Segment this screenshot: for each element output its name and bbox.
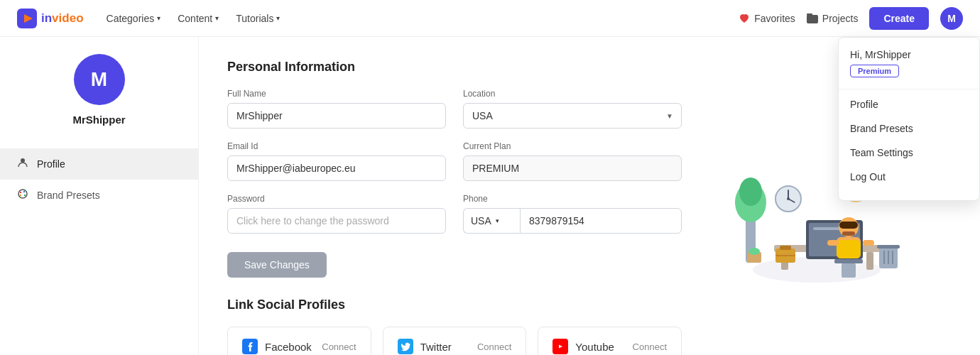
youtube-label: Youtube bbox=[575, 341, 614, 353]
phone-country-select[interactable]: USA ▾ bbox=[463, 208, 520, 234]
svg-point-8 bbox=[24, 195, 26, 196]
svg-point-9 bbox=[20, 195, 21, 196]
current-plan-label: Current Plan bbox=[463, 141, 682, 151]
personal-info-title: Personal Information bbox=[227, 60, 682, 75]
sidebar-item-brand-presets[interactable]: Brand Presets bbox=[0, 180, 198, 211]
form-row-email-plan: Email Id Current Plan bbox=[227, 141, 682, 181]
svg-point-5 bbox=[18, 190, 27, 198]
palette-icon bbox=[17, 188, 28, 202]
email-label: Email Id bbox=[227, 141, 446, 151]
dropdown-brand-presets[interactable]: Brand Presets bbox=[839, 116, 979, 141]
facebook-left: Facebook bbox=[242, 339, 312, 354]
main-content: Personal Information Full Name Location … bbox=[199, 37, 710, 355]
form-row-password-phone: Password Phone USA ▾ bbox=[227, 194, 682, 234]
location-select-wrapper: USA Canada UK Australia India bbox=[463, 103, 682, 129]
password-input[interactable] bbox=[227, 208, 446, 234]
svg-rect-22 bbox=[813, 227, 842, 230]
svg-point-6 bbox=[20, 192, 21, 193]
current-plan-group: Current Plan bbox=[463, 141, 682, 181]
email-group: Email Id bbox=[227, 141, 446, 181]
svg-point-4 bbox=[21, 158, 25, 163]
svg-rect-36 bbox=[827, 240, 839, 246]
logo-text: invideo bbox=[41, 11, 84, 26]
sidebar-item-profile[interactable]: Profile bbox=[0, 148, 198, 180]
svg-rect-35 bbox=[837, 240, 861, 258]
svg-rect-2 bbox=[807, 15, 818, 23]
chevron-down-icon: ▾ bbox=[496, 217, 499, 224]
twitter-connect-button[interactable]: Connect bbox=[477, 342, 511, 352]
youtube-connect-button[interactable]: Connect bbox=[633, 342, 667, 352]
twitter-card: Twitter Connect bbox=[383, 327, 527, 355]
navbar: invideo Categories ▾ Content ▾ Tutorials… bbox=[0, 0, 980, 37]
phone-row: USA ▾ bbox=[463, 208, 682, 234]
user-icon bbox=[17, 157, 28, 171]
location-select[interactable]: USA Canada UK Australia India bbox=[463, 103, 682, 129]
folder-icon bbox=[807, 13, 818, 23]
dropdown-team-settings[interactable]: Team Settings bbox=[839, 141, 979, 165]
twitter-icon bbox=[398, 339, 413, 354]
social-section-title: Link Social Profiles bbox=[227, 297, 682, 312]
sidebar: M MrShipper Profile Brand Presets bbox=[0, 37, 199, 355]
save-changes-button[interactable]: Save Changes bbox=[227, 252, 327, 278]
svg-point-16 bbox=[739, 178, 762, 206]
svg-rect-39 bbox=[842, 263, 856, 278]
logo[interactable]: invideo bbox=[17, 9, 84, 28]
youtube-icon bbox=[552, 339, 568, 354]
location-label: Location bbox=[463, 89, 682, 99]
page-layout: M MrShipper Profile Brand Presets Person… bbox=[0, 37, 980, 355]
dropdown-logout[interactable]: Log Out bbox=[839, 165, 979, 189]
phone-group: Phone USA ▾ bbox=[463, 194, 682, 234]
svg-rect-41 bbox=[780, 246, 791, 250]
favorites-button[interactable]: Favorites bbox=[739, 13, 795, 24]
svg-rect-38 bbox=[834, 259, 863, 263]
phone-number-input[interactable] bbox=[520, 208, 682, 234]
svg-point-49 bbox=[748, 248, 760, 255]
twitter-left: Twitter bbox=[398, 339, 452, 354]
svg-rect-37 bbox=[863, 240, 874, 246]
user-dropdown: Hi, MrShipper Premium Profile Brand Pres… bbox=[838, 37, 980, 201]
password-label: Password bbox=[227, 194, 446, 204]
email-input[interactable] bbox=[227, 155, 446, 181]
nav-tutorials[interactable]: Tutorials ▾ bbox=[236, 13, 280, 24]
logo-icon bbox=[17, 9, 37, 28]
chevron-down-icon: ▾ bbox=[276, 14, 280, 22]
chevron-down-icon: ▾ bbox=[157, 14, 160, 22]
facebook-connect-button[interactable]: Connect bbox=[322, 342, 356, 352]
nav-categories[interactable]: Categories ▾ bbox=[107, 13, 161, 24]
heart-icon bbox=[739, 13, 750, 24]
svg-rect-34 bbox=[842, 231, 855, 236]
sidebar-nav: Profile Brand Presets bbox=[0, 148, 198, 211]
sidebar-profile-label: Profile bbox=[37, 158, 65, 170]
nav-content[interactable]: Content ▾ bbox=[178, 13, 219, 24]
twitter-label: Twitter bbox=[420, 341, 452, 353]
current-plan-input bbox=[463, 155, 682, 181]
sidebar-brand-presets-label: Brand Presets bbox=[37, 190, 100, 201]
form-row-name-location: Full Name Location USA Canada UK Austral… bbox=[227, 89, 682, 129]
full-name-input[interactable] bbox=[227, 103, 446, 129]
svg-rect-19 bbox=[866, 252, 873, 270]
nav-links: Categories ▾ Content ▾ Tutorials ▾ bbox=[107, 13, 281, 24]
full-name-label: Full Name bbox=[227, 89, 446, 99]
premium-badge: Premium bbox=[850, 65, 899, 77]
dropdown-greeting: Hi, MrShipper Premium bbox=[839, 49, 979, 86]
sidebar-avatar-section: M MrShipper bbox=[0, 54, 198, 143]
divider bbox=[839, 89, 979, 89]
dropdown-profile[interactable]: Profile bbox=[839, 92, 979, 116]
svg-rect-3 bbox=[807, 13, 812, 16]
svg-rect-44 bbox=[877, 245, 900, 248]
sidebar-username: MrShipper bbox=[72, 114, 125, 126]
svg-rect-33 bbox=[839, 222, 858, 229]
youtube-card: Youtube Connect bbox=[538, 327, 682, 355]
facebook-icon bbox=[242, 339, 258, 354]
chevron-down-icon: ▾ bbox=[215, 14, 219, 22]
phone-country-code: USA bbox=[471, 215, 491, 226]
projects-button[interactable]: Projects bbox=[807, 13, 859, 24]
create-button[interactable]: Create bbox=[869, 7, 929, 30]
facebook-label: Facebook bbox=[265, 341, 312, 353]
avatar[interactable]: M bbox=[940, 7, 963, 30]
sidebar-avatar: M bbox=[74, 54, 125, 105]
full-name-group: Full Name bbox=[227, 89, 446, 129]
social-cards: Facebook Connect Twitter Connect bbox=[227, 327, 682, 355]
facebook-card: Facebook Connect bbox=[227, 327, 371, 355]
youtube-left: Youtube bbox=[552, 339, 614, 354]
